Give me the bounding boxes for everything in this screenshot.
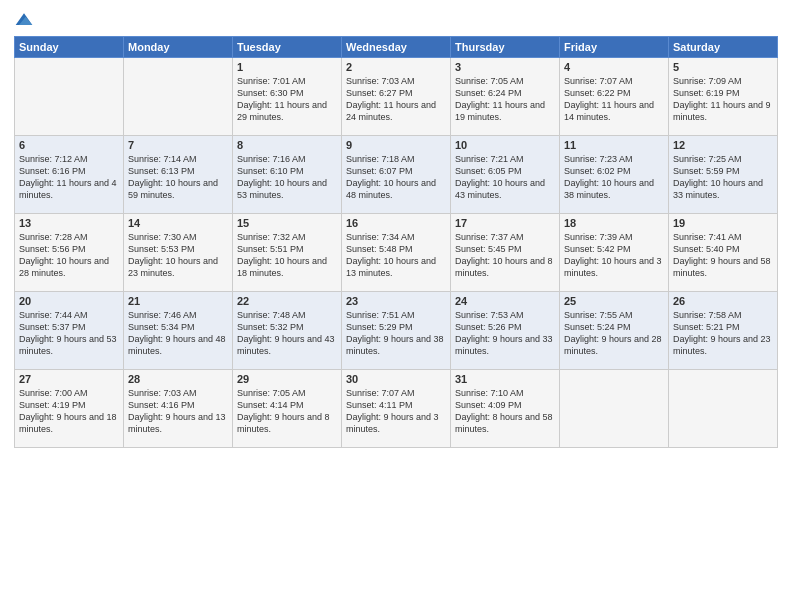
calendar-cell: 22Sunrise: 7:48 AMSunset: 5:32 PMDayligh… — [233, 292, 342, 370]
calendar-week-3: 13Sunrise: 7:28 AMSunset: 5:56 PMDayligh… — [15, 214, 778, 292]
cell-content: Sunrise: 7:14 AMSunset: 6:13 PMDaylight:… — [128, 154, 218, 200]
cell-content: Sunrise: 7:09 AMSunset: 6:19 PMDaylight:… — [673, 76, 771, 122]
calendar-cell: 7Sunrise: 7:14 AMSunset: 6:13 PMDaylight… — [124, 136, 233, 214]
calendar-week-2: 6Sunrise: 7:12 AMSunset: 6:16 PMDaylight… — [15, 136, 778, 214]
day-number: 31 — [455, 373, 555, 385]
cell-content: Sunrise: 7:16 AMSunset: 6:10 PMDaylight:… — [237, 154, 327, 200]
calendar-cell — [560, 370, 669, 448]
weekday-header-friday: Friday — [560, 37, 669, 58]
day-number: 12 — [673, 139, 773, 151]
calendar-cell: 31Sunrise: 7:10 AMSunset: 4:09 PMDayligh… — [451, 370, 560, 448]
day-number: 13 — [19, 217, 119, 229]
calendar-cell: 8Sunrise: 7:16 AMSunset: 6:10 PMDaylight… — [233, 136, 342, 214]
calendar-cell — [15, 58, 124, 136]
calendar-cell: 19Sunrise: 7:41 AMSunset: 5:40 PMDayligh… — [669, 214, 778, 292]
day-number: 11 — [564, 139, 664, 151]
logo-icon — [14, 10, 34, 30]
cell-content: Sunrise: 7:51 AMSunset: 5:29 PMDaylight:… — [346, 310, 444, 356]
day-number: 23 — [346, 295, 446, 307]
day-number: 17 — [455, 217, 555, 229]
calendar-cell — [124, 58, 233, 136]
day-number: 29 — [237, 373, 337, 385]
page: SundayMondayTuesdayWednesdayThursdayFrid… — [0, 0, 792, 612]
logo — [14, 10, 38, 30]
cell-content: Sunrise: 7:05 AMSunset: 6:24 PMDaylight:… — [455, 76, 545, 122]
cell-content: Sunrise: 7:18 AMSunset: 6:07 PMDaylight:… — [346, 154, 436, 200]
day-number: 20 — [19, 295, 119, 307]
day-number: 21 — [128, 295, 228, 307]
calendar-cell: 2Sunrise: 7:03 AMSunset: 6:27 PMDaylight… — [342, 58, 451, 136]
calendar-cell: 16Sunrise: 7:34 AMSunset: 5:48 PMDayligh… — [342, 214, 451, 292]
cell-content: Sunrise: 7:07 AMSunset: 4:11 PMDaylight:… — [346, 388, 439, 434]
calendar-cell: 21Sunrise: 7:46 AMSunset: 5:34 PMDayligh… — [124, 292, 233, 370]
calendar-cell: 3Sunrise: 7:05 AMSunset: 6:24 PMDaylight… — [451, 58, 560, 136]
day-number: 15 — [237, 217, 337, 229]
cell-content: Sunrise: 7:30 AMSunset: 5:53 PMDaylight:… — [128, 232, 218, 278]
day-number: 8 — [237, 139, 337, 151]
cell-content: Sunrise: 7:21 AMSunset: 6:05 PMDaylight:… — [455, 154, 545, 200]
cell-content: Sunrise: 7:05 AMSunset: 4:14 PMDaylight:… — [237, 388, 330, 434]
calendar-cell: 9Sunrise: 7:18 AMSunset: 6:07 PMDaylight… — [342, 136, 451, 214]
cell-content: Sunrise: 7:01 AMSunset: 6:30 PMDaylight:… — [237, 76, 327, 122]
calendar-cell: 15Sunrise: 7:32 AMSunset: 5:51 PMDayligh… — [233, 214, 342, 292]
cell-content: Sunrise: 7:25 AMSunset: 5:59 PMDaylight:… — [673, 154, 763, 200]
cell-content: Sunrise: 7:03 AMSunset: 4:16 PMDaylight:… — [128, 388, 226, 434]
calendar-cell: 10Sunrise: 7:21 AMSunset: 6:05 PMDayligh… — [451, 136, 560, 214]
calendar-week-5: 27Sunrise: 7:00 AMSunset: 4:19 PMDayligh… — [15, 370, 778, 448]
cell-content: Sunrise: 7:23 AMSunset: 6:02 PMDaylight:… — [564, 154, 654, 200]
cell-content: Sunrise: 7:48 AMSunset: 5:32 PMDaylight:… — [237, 310, 335, 356]
header — [14, 10, 778, 30]
day-number: 22 — [237, 295, 337, 307]
cell-content: Sunrise: 7:34 AMSunset: 5:48 PMDaylight:… — [346, 232, 436, 278]
cell-content: Sunrise: 7:28 AMSunset: 5:56 PMDaylight:… — [19, 232, 109, 278]
weekday-header-monday: Monday — [124, 37, 233, 58]
day-number: 18 — [564, 217, 664, 229]
day-number: 3 — [455, 61, 555, 73]
calendar-cell: 1Sunrise: 7:01 AMSunset: 6:30 PMDaylight… — [233, 58, 342, 136]
calendar-cell: 20Sunrise: 7:44 AMSunset: 5:37 PMDayligh… — [15, 292, 124, 370]
day-number: 6 — [19, 139, 119, 151]
cell-content: Sunrise: 7:00 AMSunset: 4:19 PMDaylight:… — [19, 388, 117, 434]
calendar-cell: 26Sunrise: 7:58 AMSunset: 5:21 PMDayligh… — [669, 292, 778, 370]
weekday-header-saturday: Saturday — [669, 37, 778, 58]
cell-content: Sunrise: 7:37 AMSunset: 5:45 PMDaylight:… — [455, 232, 553, 278]
calendar-cell: 13Sunrise: 7:28 AMSunset: 5:56 PMDayligh… — [15, 214, 124, 292]
day-number: 28 — [128, 373, 228, 385]
day-number: 25 — [564, 295, 664, 307]
calendar-cell: 24Sunrise: 7:53 AMSunset: 5:26 PMDayligh… — [451, 292, 560, 370]
day-number: 5 — [673, 61, 773, 73]
weekday-header-thursday: Thursday — [451, 37, 560, 58]
day-number: 26 — [673, 295, 773, 307]
calendar-cell: 18Sunrise: 7:39 AMSunset: 5:42 PMDayligh… — [560, 214, 669, 292]
calendar-cell: 5Sunrise: 7:09 AMSunset: 6:19 PMDaylight… — [669, 58, 778, 136]
day-number: 7 — [128, 139, 228, 151]
cell-content: Sunrise: 7:12 AMSunset: 6:16 PMDaylight:… — [19, 154, 117, 200]
weekday-header-sunday: Sunday — [15, 37, 124, 58]
cell-content: Sunrise: 7:32 AMSunset: 5:51 PMDaylight:… — [237, 232, 327, 278]
cell-content: Sunrise: 7:39 AMSunset: 5:42 PMDaylight:… — [564, 232, 662, 278]
cell-content: Sunrise: 7:55 AMSunset: 5:24 PMDaylight:… — [564, 310, 662, 356]
day-number: 27 — [19, 373, 119, 385]
day-number: 24 — [455, 295, 555, 307]
cell-content: Sunrise: 7:07 AMSunset: 6:22 PMDaylight:… — [564, 76, 654, 122]
calendar-cell — [669, 370, 778, 448]
calendar-cell: 29Sunrise: 7:05 AMSunset: 4:14 PMDayligh… — [233, 370, 342, 448]
day-number: 4 — [564, 61, 664, 73]
day-number: 1 — [237, 61, 337, 73]
calendar-table: SundayMondayTuesdayWednesdayThursdayFrid… — [14, 36, 778, 448]
day-number: 9 — [346, 139, 446, 151]
cell-content: Sunrise: 7:44 AMSunset: 5:37 PMDaylight:… — [19, 310, 117, 356]
calendar-cell: 27Sunrise: 7:00 AMSunset: 4:19 PMDayligh… — [15, 370, 124, 448]
calendar-cell: 4Sunrise: 7:07 AMSunset: 6:22 PMDaylight… — [560, 58, 669, 136]
day-number: 30 — [346, 373, 446, 385]
day-number: 16 — [346, 217, 446, 229]
cell-content: Sunrise: 7:10 AMSunset: 4:09 PMDaylight:… — [455, 388, 553, 434]
calendar-cell: 28Sunrise: 7:03 AMSunset: 4:16 PMDayligh… — [124, 370, 233, 448]
cell-content: Sunrise: 7:53 AMSunset: 5:26 PMDaylight:… — [455, 310, 553, 356]
weekday-header-row: SundayMondayTuesdayWednesdayThursdayFrid… — [15, 37, 778, 58]
cell-content: Sunrise: 7:58 AMSunset: 5:21 PMDaylight:… — [673, 310, 771, 356]
day-number: 10 — [455, 139, 555, 151]
calendar-cell: 14Sunrise: 7:30 AMSunset: 5:53 PMDayligh… — [124, 214, 233, 292]
day-number: 14 — [128, 217, 228, 229]
calendar-cell: 17Sunrise: 7:37 AMSunset: 5:45 PMDayligh… — [451, 214, 560, 292]
